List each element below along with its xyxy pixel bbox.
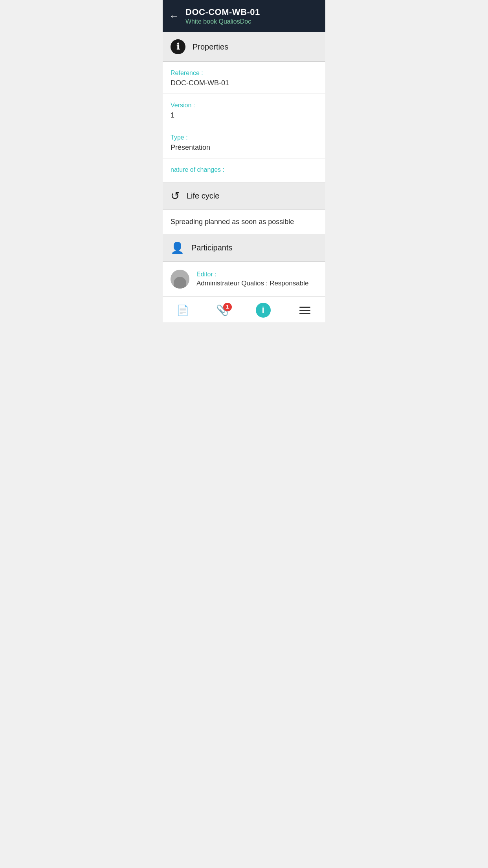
- type-field-group: Type : Présentation: [163, 126, 325, 158]
- lifecycle-icon: ↺: [171, 189, 180, 202]
- avatar: [171, 270, 189, 289]
- participant-row: Editor : Administrateur Qualios : Respon…: [163, 262, 325, 297]
- nav-attachment[interactable]: 📎 1: [211, 303, 233, 318]
- reference-label: Reference :: [171, 70, 317, 77]
- main-content: ℹ Properties Reference : DOC-COM-WB-01 V…: [163, 32, 325, 297]
- participant-info: Editor : Administrateur Qualios : Respon…: [196, 271, 308, 287]
- version-label: Version :: [171, 102, 317, 109]
- bottom-nav: 📄 📎 1 i: [163, 297, 325, 322]
- header-doc-id: DOC-COM-WB-01: [185, 7, 260, 17]
- nature-label: nature of changes :: [171, 166, 317, 173]
- lifecycle-text: Spreading planned as soon as possible: [163, 210, 325, 234]
- editor-name[interactable]: Administrateur Qualios : Responsable: [196, 280, 308, 287]
- reference-value: DOC-COM-WB-01: [171, 79, 317, 87]
- type-label: Type :: [171, 134, 317, 141]
- nav-document[interactable]: 📄: [172, 303, 194, 318]
- app-header: ← DOC-COM-WB-01 White book QualiosDoc: [163, 0, 325, 32]
- version-field-group: Version : 1: [163, 94, 325, 126]
- back-button[interactable]: ←: [169, 11, 179, 21]
- menu-icon: [298, 305, 312, 316]
- version-value: 1: [171, 111, 317, 120]
- type-value: Présentation: [171, 143, 317, 152]
- participants-icon: 👤: [171, 241, 184, 254]
- nav-info[interactable]: i: [251, 301, 275, 319]
- lifecycle-title: Life cycle: [187, 191, 219, 200]
- reference-field-group: Reference : DOC-COM-WB-01: [163, 62, 325, 94]
- document-icon: 📄: [176, 304, 189, 316]
- attachment-badge: 1: [223, 303, 232, 311]
- participants-title: Participants: [191, 243, 233, 252]
- nature-field-group: nature of changes :: [163, 158, 325, 182]
- lifecycle-section-header: ↺ Life cycle: [163, 182, 325, 210]
- properties-section-header: ℹ Properties: [163, 32, 325, 62]
- properties-icon: ℹ: [171, 39, 185, 54]
- header-text-group: DOC-COM-WB-01 White book QualiosDoc: [185, 7, 260, 25]
- header-subtitle: White book QualiosDoc: [185, 18, 260, 25]
- participants-section-header: 👤 Participants: [163, 234, 325, 262]
- properties-title: Properties: [193, 42, 228, 51]
- info-icon: i: [256, 303, 271, 318]
- nav-menu[interactable]: [293, 303, 317, 317]
- avatar-body: [174, 277, 186, 289]
- editor-label: Editor :: [196, 271, 308, 278]
